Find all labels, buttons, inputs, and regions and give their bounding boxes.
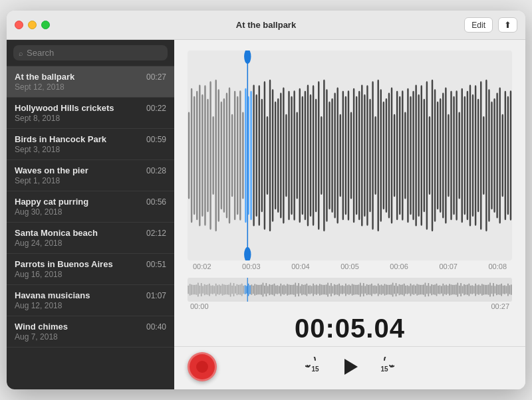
svg-point-122: [244, 247, 251, 260]
svg-rect-226: [355, 285, 356, 295]
svg-rect-69: [374, 116, 376, 195]
svg-rect-189: [295, 283, 296, 297]
svg-rect-273: [431, 284, 432, 296]
svg-rect-115: [499, 88, 500, 224]
svg-rect-306: [485, 285, 486, 295]
svg-rect-152: [235, 286, 236, 293]
svg-rect-47: [315, 99, 317, 213]
rewind-icon: 15: [305, 357, 325, 377]
svg-rect-266: [420, 285, 421, 295]
svg-rect-72: [383, 102, 384, 210]
svg-rect-97: [450, 91, 452, 220]
maximize-button[interactable]: [41, 21, 50, 29]
recording-item[interactable]: At the ballpark 00:27 Sept 12, 2018: [7, 66, 174, 98]
svg-rect-29: [267, 116, 268, 195]
recording-duration: 00:27: [146, 72, 166, 82]
svg-rect-224: [352, 284, 353, 296]
svg-rect-233: [366, 284, 368, 296]
svg-rect-36: [285, 114, 287, 197]
svg-rect-71: [380, 89, 382, 222]
recording-duration: 00:22: [146, 104, 166, 113]
svg-rect-54: [334, 92, 335, 218]
svg-rect-111: [488, 89, 489, 222]
svg-rect-84: [415, 85, 416, 227]
svg-rect-15: [229, 88, 230, 224]
svg-rect-251: [396, 283, 397, 296]
svg-rect-214: [335, 285, 336, 295]
svg-rect-183: [285, 286, 287, 294]
svg-rect-57: [342, 91, 344, 220]
search-wrap: ⌕: [13, 45, 168, 60]
svg-rect-185: [289, 284, 290, 295]
svg-rect-294: [466, 285, 467, 295]
svg-rect-198: [309, 285, 311, 294]
svg-rect-258: [407, 285, 408, 294]
svg-rect-204: [319, 284, 321, 296]
edit-button[interactable]: Edit: [464, 17, 493, 33]
svg-rect-75: [391, 88, 392, 224]
svg-rect-148: [228, 284, 229, 295]
svg-rect-10: [215, 80, 216, 232]
svg-rect-199: [311, 286, 313, 293]
svg-rect-293: [464, 284, 465, 296]
svg-rect-124: [190, 284, 191, 296]
time-label: 00:08: [488, 262, 507, 270]
search-input[interactable]: [27, 48, 162, 58]
minimize-button[interactable]: [28, 21, 37, 29]
svg-rect-218: [342, 285, 343, 294]
svg-rect-141: [217, 285, 218, 294]
recording-item[interactable]: Wind chimes 00:40 Aug 7, 2018: [7, 316, 174, 348]
recording-item[interactable]: Hollywood Hills crickets 00:22 Sept 8, 2…: [7, 98, 174, 129]
svg-rect-33: [277, 98, 279, 213]
svg-rect-125: [191, 284, 192, 295]
forward-button[interactable]: 15: [374, 357, 394, 377]
svg-rect-41: [299, 88, 301, 223]
svg-rect-134: [205, 285, 207, 295]
svg-rect-289: [457, 283, 458, 297]
svg-rect-248: [390, 284, 392, 295]
svg-rect-3: [196, 91, 198, 220]
svg-rect-255: [402, 284, 403, 295]
recording-item[interactable]: Santa Monica beach 02:12 Aug 24, 2018: [7, 223, 174, 254]
svg-rect-242: [381, 284, 382, 295]
svg-rect-205: [321, 284, 322, 295]
svg-rect-281: [444, 285, 446, 294]
svg-rect-40: [296, 112, 297, 199]
recording-item[interactable]: Parrots in Buenos Aires 00:51 Aug 16, 20…: [7, 254, 174, 285]
svg-rect-164: [254, 284, 255, 296]
svg-rect-313: [496, 284, 497, 296]
recording-item[interactable]: Havana musicians 01:07 Aug 12, 2018: [7, 285, 174, 316]
svg-rect-105: [472, 94, 473, 217]
svg-rect-149: [230, 283, 231, 297]
svg-rect-39: [293, 90, 295, 221]
svg-rect-116: [502, 114, 503, 197]
waveform-main[interactable]: [188, 50, 512, 260]
svg-rect-217: [340, 286, 342, 294]
play-button[interactable]: [338, 355, 361, 378]
svg-rect-177: [275, 286, 277, 294]
close-button[interactable]: [15, 21, 23, 29]
mini-waveform-section: 00:00 00:27: [174, 275, 525, 308]
svg-rect-48: [318, 81, 319, 229]
record-button[interactable]: [188, 352, 217, 381]
svg-rect-314: [497, 285, 499, 295]
timer-display: 00:05.04: [295, 314, 405, 344]
recording-item[interactable]: Waves on the pier 00:28 Sept 1, 2018: [7, 160, 174, 191]
share-button[interactable]: ⬆: [498, 17, 517, 33]
svg-rect-92: [437, 102, 438, 210]
svg-rect-264: [416, 284, 418, 296]
mini-waveform[interactable]: [188, 278, 512, 302]
svg-rect-261: [412, 285, 413, 294]
recording-name: At the ballpark: [15, 72, 74, 82]
svg-rect-166: [257, 285, 259, 295]
recording-item[interactable]: Birds in Hancock Park 00:59 Sept 3, 2018: [7, 129, 174, 160]
svg-rect-308: [488, 284, 489, 295]
svg-rect-136: [209, 284, 210, 296]
svg-rect-262: [414, 284, 415, 295]
svg-rect-158: [245, 285, 246, 294]
rewind-button[interactable]: 15: [305, 357, 325, 377]
svg-rect-220: [345, 284, 346, 296]
svg-rect-88: [426, 81, 428, 229]
svg-rect-93: [440, 98, 441, 213]
recording-item[interactable]: Happy cat purring 00:56 Aug 30, 2018: [7, 191, 174, 223]
